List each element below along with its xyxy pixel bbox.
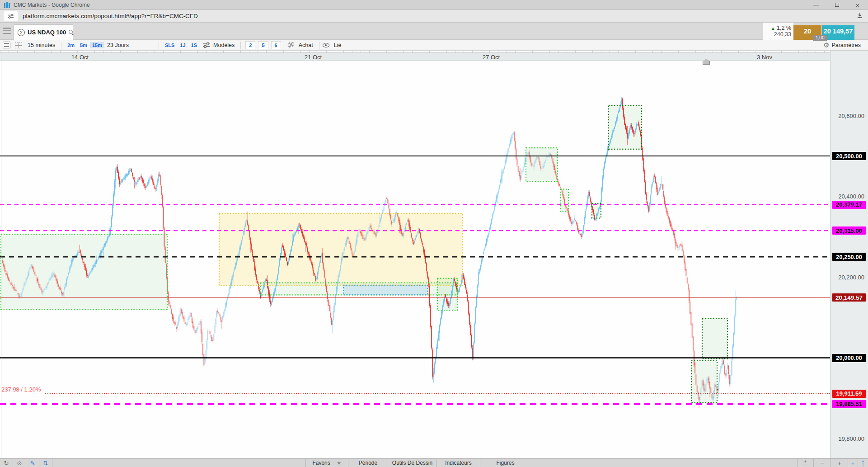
restore-button[interactable]: [826, 2, 847, 8]
change-value: 240,33: [774, 31, 791, 38]
bottom-toolbar: ↻ ⊘ ✎ ⇅ Favoris ★ Période Outils De Dess…: [0, 458, 868, 467]
price-axis[interactable]: 20,600.0020,500.0020,400.0020,379.1720,3…: [830, 51, 868, 458]
settings-label: Paramètres: [831, 42, 861, 48]
refresh-icon[interactable]: ↻: [0, 459, 13, 467]
preset-2-button[interactable]: 2: [245, 41, 255, 49]
menu-icon[interactable]: [3, 28, 11, 34]
interval-dropdown[interactable]: 15 minutes: [25, 42, 58, 48]
tab-periode[interactable]: Période: [348, 459, 388, 467]
instrument-tab-strip: 2 US NDAQ 100 ▲ 1,2 % 240,33 20 148,57 2…: [0, 23, 868, 40]
zoom-out-button[interactable]: −: [813, 459, 830, 467]
price-axis-label: 20,149.57: [832, 293, 866, 302]
price-axis-label: 20,315.00: [832, 226, 866, 235]
timeframe-2m-button[interactable]: 2m: [65, 42, 77, 48]
price-axis-label: 20,400.00: [838, 193, 864, 200]
change-panel: ▲ 1,2 % 240,33: [763, 23, 793, 40]
disable-drawings-icon[interactable]: ⊘: [13, 459, 26, 467]
achat-button[interactable]: Achat: [296, 42, 316, 48]
range-1j-button[interactable]: 1J: [177, 42, 188, 48]
price-axis-label: 19,911.59: [832, 390, 866, 398]
window-title: CMC Markets - Google Chrome: [14, 2, 90, 8]
browser-address-bar[interactable]: platform.cmcmarkets.com/popout.html#/app…: [0, 10, 868, 23]
range-label[interactable]: 23 Jours: [104, 42, 131, 48]
star-icon[interactable]: ★: [337, 460, 342, 466]
tune-icon: [8, 14, 14, 19]
pencil-icon[interactable]: ✎: [26, 459, 39, 467]
sls-button[interactable]: SLS: [162, 42, 177, 48]
download-icon[interactable]: [856, 12, 863, 21]
zoom-in-button[interactable]: +: [830, 459, 848, 467]
price-axis-label: 20,379.17: [832, 201, 866, 209]
range-1s-button[interactable]: 1S: [188, 42, 200, 48]
watchlist-icon[interactable]: [3, 42, 10, 48]
settings-button[interactable]: ⚙ Paramètres: [823, 40, 861, 50]
fit-vertical-button[interactable]: +↕: [858, 459, 868, 467]
plot-left-border: [1, 51, 1, 458]
app-window: CMC Markets - Google Chrome — × platform…: [0, 0, 868, 467]
site-info-button[interactable]: [4, 11, 18, 21]
lie-toggle[interactable]: Lié: [331, 42, 344, 48]
candlestick-icon: [287, 42, 296, 48]
tab-indicateurs[interactable]: Indicateurs: [436, 459, 480, 467]
eye-icon: [323, 43, 329, 47]
crosshair-button[interactable]: +: [848, 459, 858, 467]
preset-6-button[interactable]: 6: [271, 41, 281, 49]
chart-area: 14 Oct21 Oct27 Oct3 Nov 20,600.0020,500.…: [0, 51, 868, 458]
tab-outils-de-dessin[interactable]: Outils De Dessin: [388, 459, 436, 467]
models-button[interactable]: Modèles: [211, 42, 237, 48]
tab-figures[interactable]: Figures: [480, 459, 530, 467]
window-titlebar: CMC Markets - Google Chrome — ×: [0, 0, 868, 10]
price-axis-label: 20,250.00: [832, 253, 866, 261]
restore-icon: [835, 3, 839, 7]
sliders-icon: [202, 42, 211, 48]
close-button[interactable]: ×: [847, 1, 868, 9]
minimize-button[interactable]: —: [806, 2, 826, 8]
price-axis-label: 20,600.00: [838, 112, 864, 119]
price-axis-label: 20,200.00: [838, 274, 864, 280]
price-axis-label: 20,500.00: [832, 152, 866, 160]
tab-favoris[interactable]: Favoris ★: [305, 459, 348, 467]
instrument-name: US NDAQ 100: [28, 29, 66, 36]
price-axis-label: 20,000.00: [832, 354, 866, 362]
layout-grid-icon[interactable]: [15, 42, 22, 48]
preset-5-button[interactable]: 5: [258, 41, 268, 49]
reorder-icon[interactable]: ⇅: [39, 459, 52, 467]
spread-badge: 1,00: [813, 35, 827, 41]
change-percent: ▲ 1,2 %: [771, 25, 791, 31]
search-icon[interactable]: [69, 30, 74, 35]
change-distance-label: 237.98 / 1.20%: [1, 386, 41, 393]
price-axis-label: 19,885.51: [832, 400, 866, 408]
chart-toolbar: 15 minutes 2m 5m 15m 23 Jours SLS 1J 1S …: [0, 40, 868, 51]
cmc-logo-icon: [4, 2, 10, 8]
price-chart-canvas[interactable]: [0, 51, 830, 458]
timeframe-5m-button[interactable]: 5m: [77, 42, 90, 48]
url-text[interactable]: platform.cmcmarkets.com/popout.html#/app…: [23, 13, 198, 19]
instrument-tab[interactable]: 2 US NDAQ 100: [14, 24, 73, 40]
price-axis-label: 19,800.00: [838, 435, 864, 442]
up-arrow-icon: ▲: [771, 26, 775, 31]
fit-horizontal-button[interactable]: +↔: [797, 459, 813, 467]
tab-number-badge: 2: [18, 29, 25, 36]
timeframe-15m-button[interactable]: 15m: [90, 42, 104, 48]
gear-icon: ⚙: [823, 41, 829, 49]
